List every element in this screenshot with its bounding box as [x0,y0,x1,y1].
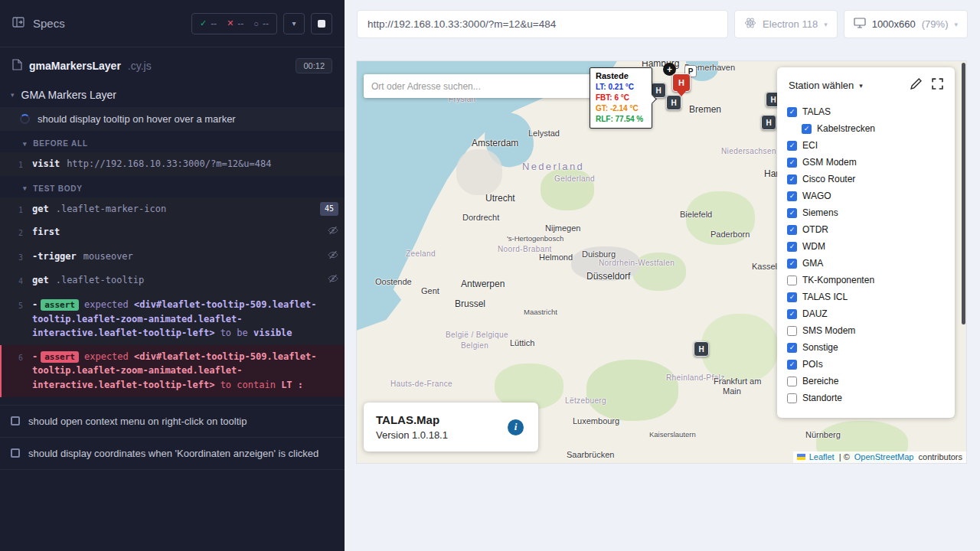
file-icon [12,59,22,73]
layer-label: DAUZ [802,308,828,319]
info-icon[interactable]: i [508,419,524,435]
command-row[interactable]: 3-triggermouseover [0,245,345,269]
app-scrollbar[interactable] [962,63,965,324]
layer-item-gma[interactable]: ✓GMA [787,255,945,272]
map-label: Paderborn [710,230,750,239]
unchecked-checkbox[interactable] [787,326,797,336]
layer-item-bereiche[interactable]: Bereiche [787,373,945,390]
checked-checkbox[interactable]: ✓ [787,225,797,235]
browser-select[interactable]: Electron 118 ▾ [734,10,838,38]
station-marker-icon[interactable]: H [761,115,776,130]
command-row[interactable]: 5-assertexpected <div#leaflet-tooltip-50… [0,293,345,345]
command-row[interactable]: 6-assertexpected <div#leaflet-tooltip-50… [0,345,345,397]
monitor-icon [854,18,866,31]
suite-row[interactable]: ▾ GMA Markers Layer [0,83,345,107]
stat-failed: ✕-- [227,18,243,29]
command-text: first [32,225,322,240]
map-label: Luxembourg [573,416,619,425]
layer-item-siemens[interactable]: ✓Siemens [787,204,945,221]
command-row[interactable]: 1visithttp://192.168.10.33:3000/?m=12&u=… [0,152,345,176]
tooltip-row: LT: 0.21 °C [596,82,646,93]
layer-label: Standorte [802,393,842,403]
before-all-header[interactable]: ▾ BEFORE ALL [0,131,345,152]
spec-file-row[interactable]: gmaMarkersLayer.cy.js 00:12 [0,47,345,83]
checked-checkbox[interactable]: ✓ [787,343,797,353]
layer-label: TK-Komponenten [802,275,874,285]
checked-checkbox[interactable]: ✓ [787,174,797,184]
edit-pencil-icon[interactable] [910,78,922,93]
command-row[interactable]: 1get.leaflet-marker-icon45 [0,197,345,221]
specs-menu-button[interactable]: Specs [12,16,65,31]
command-args: http://192.168.10.33:3000/?m=12&u=484 [67,158,271,169]
map-label: Gelderland [554,174,595,183]
layer-item-talas-icl[interactable]: ✓TALAS ICL [787,289,945,305]
checked-checkbox[interactable]: ✓ [787,141,797,151]
spec-duration-badge: 00:12 [296,58,332,73]
active-test-title: should display tooltip on hover over a m… [38,113,236,125]
pending-test-row[interactable]: should open context menu on right-click … [0,405,345,437]
checked-checkbox[interactable]: ✓ [787,259,797,269]
unchecked-checkbox[interactable] [787,377,797,386]
expand-icon[interactable] [932,78,943,93]
element-count-badge: 45 [320,202,338,216]
checked-checkbox[interactable]: ✓ [802,124,812,134]
station-dropdown[interactable]: Station wählen [789,80,854,91]
layer-item-talas[interactable]: ✓TALAS [787,103,945,120]
url-bar[interactable] [357,10,728,38]
search-input[interactable] [371,81,586,92]
spec-name: gmaMarkersLayer [29,60,121,72]
checked-checkbox[interactable]: ✓ [787,158,797,168]
url-input[interactable] [368,18,717,30]
viewport-select[interactable]: 1000x660 (79%) ▾ [844,10,968,38]
map-label: Nordrhein-Westfalen [599,259,675,267]
checked-checkbox[interactable]: ✓ [787,292,797,302]
map-label: Duisburg [582,249,616,259]
map-label: 's-Hertogenbosch [507,234,564,243]
map-search-box[interactable] [364,74,593,98]
map-greenery [701,314,778,383]
test-body-header[interactable]: ▾ TEST BODY [0,176,345,197]
layer-item-tk-komponenten[interactable]: TK-Komponenten [787,272,945,289]
stop-run-button[interactable] [311,13,332,34]
layer-item-sms-modem[interactable]: SMS Modem [787,322,945,339]
station-marker-icon[interactable]: H [694,341,709,357]
layer-item-wago[interactable]: ✓WAGO [787,187,945,204]
check-icon: ✓ [200,18,207,28]
checked-checkbox[interactable]: ✓ [787,208,797,218]
layer-item-kabelstrecken[interactable]: ✓Kabelstrecken [787,120,945,137]
osm-link[interactable]: OpenStreetMap [854,452,914,461]
electron-icon [744,17,756,31]
active-test-row[interactable]: should display tooltip on hover over a m… [0,107,345,131]
pending-test-title: should open context menu on right-click … [28,416,247,427]
pending-test-row[interactable]: should display coordinates when 'Koordin… [0,437,345,470]
layer-item-otdr[interactable]: ✓OTDR [787,221,945,238]
layer-item-gsm-modem[interactable]: ✓GSM Modem [787,154,945,171]
chevron-down-icon[interactable]: ▾ [859,82,863,90]
unchecked-checkbox[interactable] [787,276,797,285]
layer-item-sonstige[interactable]: ✓Sonstige [787,339,945,356]
layer-item-eci[interactable]: ✓ECI [787,137,945,154]
checked-checkbox[interactable]: ✓ [787,360,797,370]
alarm-station-marker-icon[interactable]: H [672,73,691,92]
layer-item-standorte[interactable]: Standorte [787,390,945,406]
run-stats: ✓-- ✕-- ○-- [191,13,277,34]
layer-item-pois[interactable]: ✓POIs [787,356,945,373]
checked-checkbox[interactable]: ✓ [787,309,797,319]
stat-passed: ✓-- [200,18,217,29]
checked-checkbox[interactable]: ✓ [787,191,797,201]
checked-checkbox[interactable]: ✓ [787,242,797,252]
command-row[interactable]: 4get.leaflet-tooltip [0,269,345,293]
layer-item-cisco-router[interactable]: ✓Cisco Router [787,171,945,187]
flag-icon [797,454,805,460]
command-number: 1 [2,157,23,171]
unchecked-checkbox[interactable] [787,393,797,403]
collapse-all-button[interactable]: ▾ [283,13,305,34]
leaflet-link[interactable]: Leaflet [809,452,835,461]
command-row[interactable]: 2first [0,220,345,245]
checked-checkbox[interactable]: ✓ [787,107,797,117]
layer-item-dauz[interactable]: ✓DAUZ [787,305,945,322]
station-marker-icon[interactable]: H [666,95,681,110]
command-args: .leaflet-marker-icon [56,204,167,214]
layer-item-wdm[interactable]: ✓WDM [787,238,945,255]
layer-checkbox-list: ✓TALAS✓Kabelstrecken✓ECI✓GSM Modem✓Cisco… [777,100,955,409]
